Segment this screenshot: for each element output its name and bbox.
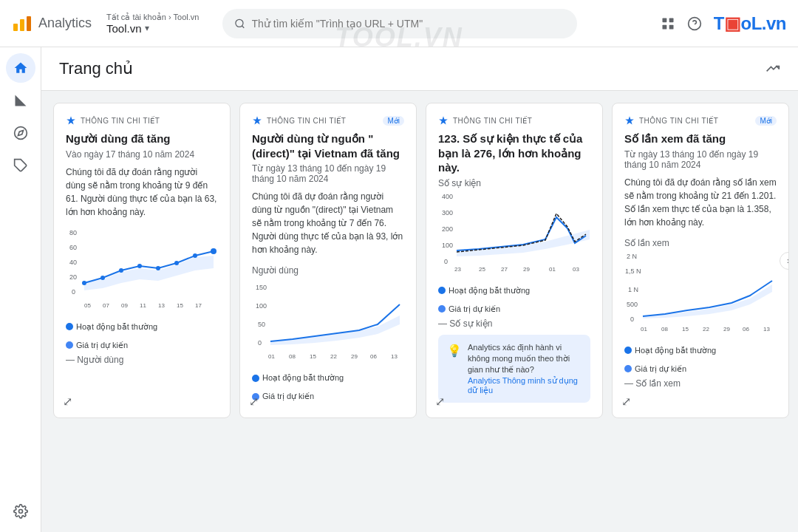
- svg-text:08: 08: [661, 326, 668, 332]
- chart-4: 2 N 1,5 N 1 N 500 0 01 08 15 22 29 06 13: [624, 251, 777, 340]
- svg-text:60: 60: [69, 244, 77, 251]
- gear-icon: [13, 504, 28, 519]
- svg-rect-6: [669, 18, 673, 22]
- card-title-1: Người dùng đã tăng: [66, 132, 218, 146]
- app-name: Analytics: [38, 16, 92, 31]
- badge-new-4: Mới: [755, 116, 777, 126]
- svg-point-28: [100, 276, 105, 280]
- svg-text:13: 13: [158, 302, 165, 309]
- svg-text:150: 150: [256, 284, 267, 291]
- svg-text:0: 0: [630, 316, 634, 323]
- page-header-actions: [765, 61, 780, 76]
- breadcrumb-text: Tất cả tài khoản › Tool.vn: [106, 13, 199, 22]
- legend-label: Giá trị dự kiến: [76, 341, 128, 350]
- legend-dot: [66, 323, 73, 330]
- card-date-1: Vào ngày 17 tháng 10 năm 2024: [66, 149, 218, 160]
- sidebar-item-settings[interactable]: [6, 497, 35, 526]
- bulb-icon: 💡: [447, 344, 462, 395]
- app-logo: Analytics: [12, 13, 92, 34]
- svg-rect-5: [662, 18, 666, 22]
- card-header-label-2: THÔNG TIN CHI TIẾT: [267, 117, 346, 125]
- card-header-3: THÔNG TIN CHI TIẾT: [438, 115, 590, 126]
- svg-text:0: 0: [258, 339, 262, 347]
- svg-text:200: 200: [442, 225, 453, 233]
- insight-card-4: THÔNG TIN CHI TIẾT Mới Số lần xem đã tăn…: [612, 103, 789, 418]
- card-header-label-1: THÔNG TIN CHI TIẾT: [81, 117, 160, 125]
- svg-text:100: 100: [256, 302, 267, 310]
- card-header-label-3: THÔNG TIN CHI TIẾT: [453, 117, 532, 125]
- svg-text:17: 17: [195, 302, 202, 309]
- sparkle-icon: [252, 115, 262, 126]
- help-icon[interactable]: [687, 16, 702, 31]
- svg-line-4: [242, 25, 245, 27]
- card-desc-4: Chúng tôi đã dự đoán rằng số lần xem sẽ …: [624, 176, 777, 229]
- legend-label: Giá trị dự kiến: [449, 304, 500, 314]
- insight-text-3: Analytics xác định hành vi không mong mu…: [468, 342, 582, 376]
- sidebar-item-explore[interactable]: [6, 118, 35, 148]
- card-desc-2: Chúng tôi đã dự đoán rằng người dùng từ …: [252, 190, 404, 256]
- card-header-4: THÔNG TIN CHI TIẾT Mới: [624, 115, 777, 126]
- tag-icon: [13, 158, 28, 173]
- chart-1: 80 60 40 20 0 05 07 09 11 13 15 17: [66, 228, 218, 316]
- svg-text:05: 05: [84, 302, 91, 309]
- legend-1: Hoạt động bắt thường Giá trị dự kiến: [66, 322, 218, 350]
- legend-dot: [438, 287, 446, 294]
- svg-point-32: [174, 261, 179, 265]
- grid-icon[interactable]: [661, 16, 675, 31]
- legend-label: Hoạt động bắt thường: [262, 373, 344, 383]
- svg-rect-2: [27, 16, 31, 31]
- home-icon: [13, 61, 28, 75]
- svg-text:500: 500: [627, 301, 638, 308]
- metric-label-2: Người dùng: [252, 265, 404, 276]
- svg-marker-12: [18, 130, 23, 135]
- svg-text:09: 09: [121, 302, 128, 309]
- card-header-1: THÔNG TIN CHI TIẾT: [66, 115, 218, 126]
- bar-chart-icon: [13, 93, 28, 108]
- sidebar-item-home[interactable]: [6, 53, 35, 83]
- metric-label-4: Số lần xem: [624, 238, 777, 248]
- sidebar-item-reports[interactable]: [6, 86, 35, 115]
- insights-cards: THÔNG TIN CHI TIẾT Người dùng đã tăng Và…: [41, 91, 798, 430]
- expand-icon-3[interactable]: ⤢: [435, 395, 445, 409]
- legend-dot: [624, 365, 632, 372]
- sparkle-icon: [624, 115, 635, 126]
- svg-text:1 N: 1 N: [628, 286, 638, 293]
- trending-icon[interactable]: [765, 61, 780, 76]
- expand-icon-1[interactable]: ⤢: [63, 395, 72, 409]
- svg-text:13: 13: [763, 326, 770, 332]
- legend-3: Hoạt động bắt thường Giá trị dự kiến: [438, 286, 590, 314]
- legend-2: Hoạt động bắt thường Giá trị dự kiến: [252, 373, 404, 401]
- search-input[interactable]: [252, 18, 566, 30]
- svg-text:22: 22: [703, 326, 709, 332]
- svg-text:25: 25: [479, 266, 485, 273]
- svg-text:100: 100: [442, 242, 453, 249]
- card-title-4: Số lần xem đã tăng: [624, 132, 777, 146]
- metric-label-1: — Người dùng: [66, 355, 218, 365]
- svg-text:01: 01: [641, 326, 647, 332]
- svg-text:40: 40: [69, 259, 77, 266]
- svg-text:0: 0: [72, 288, 75, 296]
- svg-text:2 N: 2 N: [627, 253, 637, 260]
- expand-icon-2[interactable]: ⤢: [249, 395, 259, 409]
- svg-text:08: 08: [289, 353, 296, 360]
- sparkle-icon: [438, 115, 449, 126]
- svg-text:400: 400: [442, 193, 453, 200]
- svg-text:01: 01: [549, 266, 556, 273]
- expand-icon-4[interactable]: ⤢: [621, 395, 631, 409]
- legend-4: Hoạt động bắt thường Giá trị dự kiến: [624, 346, 777, 374]
- card-title-3: 123. Số sự kiện thực tế của bạn là 276, …: [438, 132, 590, 175]
- sidebar-item-ads[interactable]: [6, 151, 35, 180]
- card-header-2: THÔNG TIN CHI TIẾT Mới: [252, 115, 404, 126]
- compass-icon: [13, 126, 28, 140]
- svg-text:23: 23: [454, 266, 461, 273]
- card-date-4: Từ ngày 13 tháng 10 đến ngày 19 tháng 10…: [624, 149, 777, 170]
- svg-text:06: 06: [370, 353, 377, 360]
- svg-text:06: 06: [743, 326, 749, 332]
- svg-text:22: 22: [330, 353, 337, 360]
- account-selector[interactable]: Tool.vn ▾: [106, 22, 199, 35]
- search-bar[interactable]: [222, 9, 577, 38]
- svg-rect-7: [662, 24, 666, 29]
- chevron-down-icon: ▾: [145, 23, 149, 33]
- insight-card-1: THÔNG TIN CHI TIẾT Người dùng đã tăng Và…: [53, 103, 231, 418]
- insight-link-3[interactable]: Analytics Thông minh sử dụng dữ liệu: [468, 376, 582, 395]
